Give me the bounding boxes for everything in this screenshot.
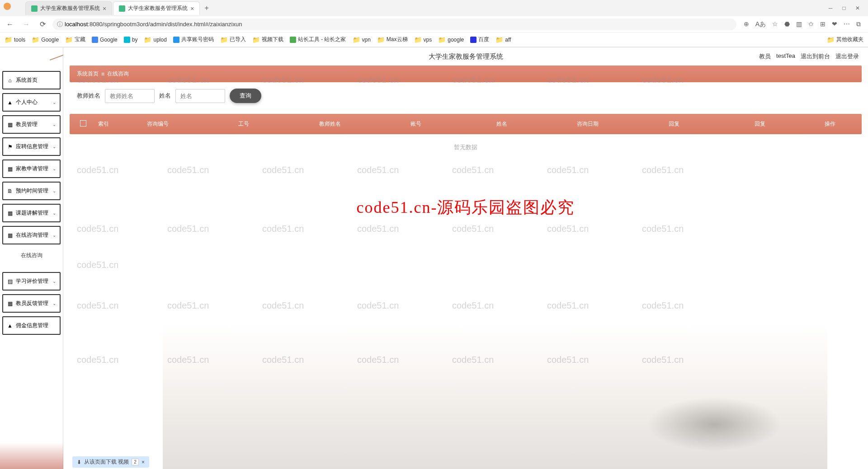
- top-header: 大学生家教服务管理系统 教员 testTea 退出到前台 退出登录: [63, 47, 868, 66]
- search-label-teacher: 教师姓名: [77, 92, 100, 100]
- bookmark-google[interactable]: Google: [92, 37, 118, 43]
- bookmark-google-folder2[interactable]: 📁google: [438, 36, 464, 43]
- watermark-grid: code51.cn code51.cn code51.cn code51.cn …: [63, 47, 868, 469]
- tab-bar: 大学生家教服务管理系统 × 大学生家教服务管理系统 × + ─ □ ✕: [0, 0, 868, 16]
- grid-icon: ▦: [7, 300, 13, 307]
- favorites-bar-icon[interactable]: ✩: [808, 20, 814, 28]
- search-icon[interactable]: ⊕: [744, 20, 749, 28]
- sidebar-item-profile[interactable]: ▲个人中心⌄: [2, 93, 61, 112]
- mountain-background-icon: [163, 325, 827, 469]
- bookmark-video-dl[interactable]: 📁视频下载: [252, 36, 283, 43]
- maximize-icon[interactable]: □: [841, 5, 847, 11]
- collections-icon[interactable]: ▥: [796, 20, 802, 28]
- logout-front-link[interactable]: 退出到前台: [801, 52, 830, 61]
- back-button[interactable]: ←: [4, 18, 16, 31]
- sidebar-item-topic[interactable]: ▦课题讲解管理⌄: [2, 204, 61, 222]
- pavilion-decor-icon: [0, 442, 63, 469]
- sidebar-item-commission[interactable]: ▲佣金信息管理: [2, 316, 61, 335]
- chevron-down-icon: ⌄: [52, 188, 56, 193]
- home-icon: ⌂: [7, 77, 13, 84]
- browser-tab-2[interactable]: 大学生家教服务管理系统 ×: [113, 1, 200, 15]
- favorite-icon[interactable]: ☆: [772, 20, 778, 28]
- close-icon[interactable]: ×: [142, 459, 145, 465]
- sidebar-submenu-consult[interactable]: 在线咨询: [2, 248, 61, 263]
- bookmark-maxyunti[interactable]: 📁Max云梯: [377, 36, 408, 43]
- download-icon[interactable]: ⊞: [820, 20, 826, 28]
- sidebar-item-booking[interactable]: 🗎预约时间管理⌄: [2, 182, 61, 200]
- sidebar-item-feedback[interactable]: ▦教员反馈管理⌄: [2, 294, 61, 313]
- close-icon[interactable]: ×: [103, 5, 106, 12]
- browser-tab-1[interactable]: 大学生家教服务管理系统 ×: [25, 1, 112, 15]
- column-reply1: 回复: [631, 120, 717, 128]
- bookmark-tools[interactable]: 📁tools: [5, 36, 25, 43]
- chevron-down-icon: ⌄: [52, 166, 56, 171]
- vue-icon: [119, 5, 125, 12]
- bookmark-aff[interactable]: 📁aff: [495, 36, 511, 43]
- folder-icon: 📁: [220, 36, 228, 43]
- sidebar-item-teacher[interactable]: ▦教员管理⌄: [2, 115, 61, 134]
- close-window-icon[interactable]: ✕: [854, 5, 861, 11]
- tab-title: 大学生家教服务管理系统: [128, 5, 188, 12]
- read-aloud-icon[interactable]: Aあ: [755, 20, 766, 28]
- new-tab-button[interactable]: +: [201, 2, 212, 14]
- chevron-down-icon: ⌄: [52, 233, 56, 238]
- extension-icon[interactable]: ⬣: [784, 20, 790, 28]
- bookmark-imported[interactable]: 📁已导入: [220, 36, 246, 43]
- chevron-down-icon: ⌄: [52, 211, 56, 216]
- column-teacher-name: 教师姓名: [287, 120, 373, 128]
- search-button[interactable]: 查询: [230, 89, 261, 103]
- table-header-row: 索引 咨询编号 工号 教师姓名 账号 姓名 咨询日期 回复 回复 操作: [70, 114, 862, 134]
- minimize-icon[interactable]: ─: [827, 5, 834, 11]
- bookmark-by[interactable]: by: [124, 37, 138, 43]
- grid-icon: ▦: [7, 122, 13, 128]
- column-job-id: 工号: [201, 120, 287, 128]
- zz-icon: [290, 37, 296, 43]
- column-index: 索引: [92, 120, 115, 128]
- flag-icon: ⚑: [7, 144, 13, 150]
- url-input[interactable]: ⓘ localhost:8080/springbootm3ord/admin/d…: [52, 19, 736, 30]
- account-icon: [173, 37, 179, 43]
- select-all-checkbox[interactable]: [74, 120, 92, 128]
- bookmark-overflow[interactable]: 📁其他收藏夹: [827, 36, 863, 43]
- sidebar-item-home[interactable]: ⌂系统首页: [2, 71, 61, 89]
- sidebar-item-consult[interactable]: ▦在线咨询管理⌄: [2, 226, 61, 244]
- folder-icon: 📁: [144, 36, 151, 43]
- user-role-label: 教员: [759, 52, 771, 61]
- column-account: 账号: [373, 120, 459, 128]
- forward-button[interactable]: →: [20, 18, 33, 31]
- folder-icon: 📁: [252, 36, 260, 43]
- bookmark-shared-account[interactable]: 共享账号密码: [173, 36, 214, 43]
- bookmark-treasure[interactable]: 📁宝藏: [65, 36, 85, 43]
- sidebar: ⌂系统首页 ▲个人中心⌄ ▦教员管理⌄ ⚑应聘信息管理⌄ ▦家教申请管理⌄ 🗎预…: [0, 47, 63, 469]
- bookmark-zhanzhang[interactable]: 站长工具 - 站长之家: [290, 36, 346, 43]
- performance-icon[interactable]: ❤: [832, 20, 837, 28]
- bookmark-uplod[interactable]: 📁uplod: [144, 36, 166, 43]
- sidebar-icon[interactable]: ⧉: [856, 20, 861, 28]
- bookmark-bar: 📁tools 📁Google 📁宝藏 Google by 📁uplod 共享账号…: [0, 33, 868, 47]
- bookmark-google-folder[interactable]: 📁Google: [32, 36, 59, 43]
- sidebar-item-tutor-apply[interactable]: ▦家教申请管理⌄: [2, 159, 61, 178]
- bookmark-vps[interactable]: 📁vps: [414, 36, 432, 43]
- bookmark-vpn[interactable]: 📁vpn: [353, 36, 371, 43]
- folder-icon: 📁: [5, 36, 12, 43]
- bookmark-baidu[interactable]: 百度: [470, 36, 489, 43]
- watermark-main: code51.cn-源码乐园盗图必究: [357, 197, 575, 219]
- logout-link[interactable]: 退出登录: [835, 52, 859, 61]
- folder-icon: 📁: [414, 36, 422, 43]
- teacher-name-input[interactable]: [105, 89, 155, 103]
- menu-icon[interactable]: ⋯: [844, 20, 850, 28]
- name-input[interactable]: [175, 89, 225, 103]
- refresh-button[interactable]: ⟳: [36, 18, 49, 31]
- breadcrumb-home[interactable]: 系统首页: [77, 70, 99, 78]
- by-icon: [124, 37, 130, 43]
- sidebar-item-apply[interactable]: ⚑应聘信息管理⌄: [2, 137, 61, 156]
- download-notification[interactable]: ⬇ 从该页面下载 视频 2 ×: [72, 456, 149, 468]
- tab-title: 大学生家教服务管理系统: [40, 5, 100, 12]
- app-container: ⌂系统首页 ▲个人中心⌄ ▦教员管理⌄ ⚑应聘信息管理⌄ ▦家教申请管理⌄ 🗎预…: [0, 47, 868, 469]
- search-row: 教师姓名 姓名 查询: [70, 82, 862, 109]
- browser-chrome: 大学生家教服务管理系统 × 大学生家教服务管理系统 × + ─ □ ✕ ← → …: [0, 0, 868, 47]
- grid-icon: ▦: [7, 166, 13, 172]
- sidebar-item-evaluation[interactable]: ▤学习评价管理⌄: [2, 272, 61, 291]
- close-icon[interactable]: ×: [190, 5, 194, 12]
- profile-avatar-icon[interactable]: [4, 3, 11, 10]
